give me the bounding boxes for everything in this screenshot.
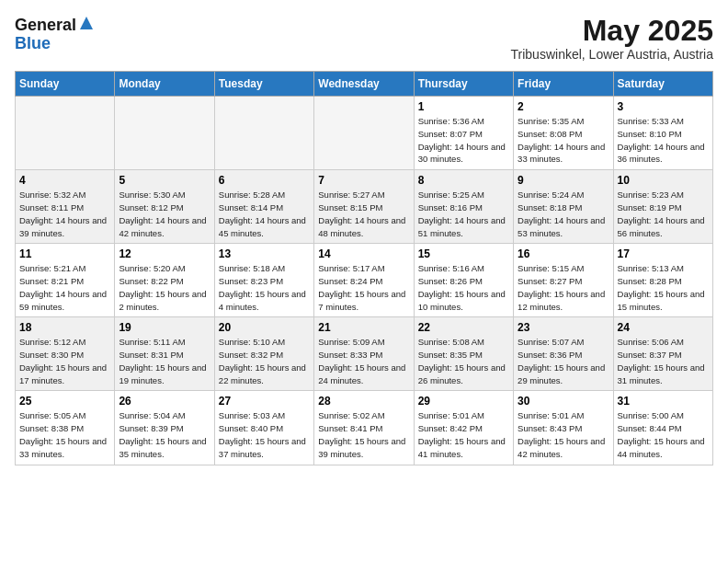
day-details: Sunrise: 5:20 AMSunset: 8:22 PMDaylight:…	[119, 263, 206, 311]
day-details: Sunrise: 5:05 AMSunset: 8:38 PMDaylight:…	[19, 410, 107, 458]
day-details: Sunrise: 5:00 AMSunset: 8:44 PMDaylight:…	[618, 410, 705, 458]
day-number: 21	[318, 321, 409, 334]
calendar-cell: 24Sunrise: 5:06 AMSunset: 8:37 PMDayligh…	[613, 317, 712, 391]
calendar-cell: 6Sunrise: 5:28 AMSunset: 8:14 PMDaylight…	[214, 170, 313, 244]
day-number: 26	[119, 395, 210, 408]
day-details: Sunrise: 5:17 AMSunset: 8:24 PMDaylight:…	[318, 263, 405, 311]
day-details: Sunrise: 5:36 AMSunset: 8:07 PMDaylight:…	[418, 116, 506, 164]
title-block: May 2025 Tribuswinkel, Lower Austria, Au…	[511, 15, 713, 62]
week-row-1: 1Sunrise: 5:36 AMSunset: 8:07 PMDaylight…	[16, 97, 713, 170]
calendar-cell: 5Sunrise: 5:30 AMSunset: 8:12 PMDaylight…	[115, 170, 214, 244]
calendar-cell	[16, 97, 115, 170]
day-details: Sunrise: 5:01 AMSunset: 8:43 PMDaylight:…	[518, 410, 605, 458]
calendar-cell: 22Sunrise: 5:08 AMSunset: 8:35 PMDayligh…	[414, 317, 513, 391]
day-details: Sunrise: 5:12 AMSunset: 8:30 PMDaylight:…	[19, 337, 107, 385]
day-details: Sunrise: 5:09 AMSunset: 8:33 PMDaylight:…	[318, 337, 405, 385]
calendar-body: 1Sunrise: 5:36 AMSunset: 8:07 PMDaylight…	[16, 97, 713, 465]
header-day-friday: Friday	[514, 72, 613, 97]
calendar-cell	[214, 97, 313, 170]
logo-blue-text: Blue	[15, 34, 51, 52]
day-number: 30	[518, 395, 609, 408]
calendar-cell: 1Sunrise: 5:36 AMSunset: 8:07 PMDaylight…	[414, 97, 513, 170]
day-details: Sunrise: 5:30 AMSunset: 8:12 PMDaylight:…	[119, 190, 206, 237]
day-number: 17	[618, 247, 709, 260]
calendar-cell: 12Sunrise: 5:20 AMSunset: 8:22 PMDayligh…	[115, 244, 214, 317]
day-details: Sunrise: 5:01 AMSunset: 8:42 PMDaylight:…	[418, 410, 506, 458]
day-details: Sunrise: 5:06 AMSunset: 8:37 PMDaylight:…	[618, 337, 705, 385]
calendar-cell: 13Sunrise: 5:18 AMSunset: 8:23 PMDayligh…	[214, 244, 313, 317]
day-number: 11	[19, 247, 110, 260]
day-number: 31	[618, 395, 709, 408]
page-header: General Blue May 2025 Tribuswinkel, Lowe…	[15, 15, 713, 62]
calendar-cell	[115, 97, 214, 170]
calendar-cell: 11Sunrise: 5:21 AMSunset: 8:21 PMDayligh…	[16, 244, 115, 317]
week-row-5: 25Sunrise: 5:05 AMSunset: 8:38 PMDayligh…	[16, 391, 713, 465]
day-details: Sunrise: 5:35 AMSunset: 8:08 PMDaylight:…	[518, 116, 605, 164]
day-number: 24	[618, 321, 709, 334]
day-number: 9	[518, 174, 609, 187]
calendar-table: SundayMondayTuesdayWednesdayThursdayFrid…	[15, 71, 713, 465]
calendar-cell: 15Sunrise: 5:16 AMSunset: 8:26 PMDayligh…	[414, 244, 513, 317]
calendar-cell: 23Sunrise: 5:07 AMSunset: 8:36 PMDayligh…	[514, 317, 613, 391]
calendar-cell: 27Sunrise: 5:03 AMSunset: 8:40 PMDayligh…	[214, 391, 313, 465]
logo: General Blue	[15, 15, 95, 52]
logo-general-text: General	[15, 17, 76, 33]
calendar-cell: 20Sunrise: 5:10 AMSunset: 8:32 PMDayligh…	[214, 317, 313, 391]
day-number: 12	[119, 247, 210, 260]
day-number: 25	[19, 395, 110, 408]
calendar-cell: 29Sunrise: 5:01 AMSunset: 8:42 PMDayligh…	[414, 391, 513, 465]
day-details: Sunrise: 5:24 AMSunset: 8:18 PMDaylight:…	[518, 190, 605, 237]
calendar-cell: 17Sunrise: 5:13 AMSunset: 8:28 PMDayligh…	[613, 244, 712, 317]
svg-marker-0	[80, 17, 93, 29]
day-number: 23	[518, 321, 609, 334]
calendar-cell: 21Sunrise: 5:09 AMSunset: 8:33 PMDayligh…	[314, 317, 414, 391]
header-day-saturday: Saturday	[613, 72, 712, 97]
day-details: Sunrise: 5:18 AMSunset: 8:23 PMDaylight:…	[219, 263, 306, 311]
calendar-cell: 7Sunrise: 5:27 AMSunset: 8:15 PMDaylight…	[314, 170, 414, 244]
header-day-sunday: Sunday	[16, 72, 115, 97]
day-number: 16	[518, 247, 609, 260]
day-details: Sunrise: 5:27 AMSunset: 8:15 PMDaylight:…	[318, 190, 405, 237]
calendar-cell: 31Sunrise: 5:00 AMSunset: 8:44 PMDayligh…	[613, 391, 712, 465]
calendar-cell: 10Sunrise: 5:23 AMSunset: 8:19 PMDayligh…	[613, 170, 712, 244]
day-details: Sunrise: 5:11 AMSunset: 8:31 PMDaylight:…	[119, 337, 206, 385]
calendar-cell: 28Sunrise: 5:02 AMSunset: 8:41 PMDayligh…	[314, 391, 414, 465]
day-details: Sunrise: 5:33 AMSunset: 8:10 PMDaylight:…	[618, 116, 705, 164]
day-details: Sunrise: 5:13 AMSunset: 8:28 PMDaylight:…	[618, 263, 705, 311]
day-number: 27	[219, 395, 310, 408]
header-day-wednesday: Wednesday	[314, 72, 414, 97]
day-number: 3	[618, 100, 709, 113]
calendar-cell: 14Sunrise: 5:17 AMSunset: 8:24 PMDayligh…	[314, 244, 414, 317]
day-details: Sunrise: 5:21 AMSunset: 8:21 PMDaylight:…	[19, 263, 107, 311]
calendar-cell: 19Sunrise: 5:11 AMSunset: 8:31 PMDayligh…	[115, 317, 214, 391]
location-title: Tribuswinkel, Lower Austria, Austria	[511, 47, 713, 62]
day-details: Sunrise: 5:04 AMSunset: 8:39 PMDaylight:…	[119, 410, 206, 458]
week-row-2: 4Sunrise: 5:32 AMSunset: 8:11 PMDaylight…	[16, 170, 713, 244]
day-details: Sunrise: 5:25 AMSunset: 8:16 PMDaylight:…	[418, 190, 506, 237]
day-number: 28	[318, 395, 409, 408]
calendar-cell	[314, 97, 414, 170]
day-details: Sunrise: 5:23 AMSunset: 8:19 PMDaylight:…	[618, 190, 705, 237]
day-details: Sunrise: 5:28 AMSunset: 8:14 PMDaylight:…	[219, 190, 306, 237]
day-details: Sunrise: 5:15 AMSunset: 8:27 PMDaylight:…	[518, 263, 605, 311]
week-row-3: 11Sunrise: 5:21 AMSunset: 8:21 PMDayligh…	[16, 244, 713, 317]
calendar-cell: 16Sunrise: 5:15 AMSunset: 8:27 PMDayligh…	[514, 244, 613, 317]
day-number: 13	[219, 247, 310, 260]
day-number: 14	[318, 247, 409, 260]
day-number: 6	[219, 174, 310, 187]
calendar-header: SundayMondayTuesdayWednesdayThursdayFrid…	[16, 72, 713, 97]
day-details: Sunrise: 5:07 AMSunset: 8:36 PMDaylight:…	[518, 337, 605, 385]
calendar-cell: 26Sunrise: 5:04 AMSunset: 8:39 PMDayligh…	[115, 391, 214, 465]
day-number: 7	[318, 174, 409, 187]
day-details: Sunrise: 5:10 AMSunset: 8:32 PMDaylight:…	[219, 337, 306, 385]
day-number: 19	[119, 321, 210, 334]
calendar-cell: 4Sunrise: 5:32 AMSunset: 8:11 PMDaylight…	[16, 170, 115, 244]
day-number: 20	[219, 321, 310, 334]
calendar-cell: 9Sunrise: 5:24 AMSunset: 8:18 PMDaylight…	[514, 170, 613, 244]
calendar-cell: 30Sunrise: 5:01 AMSunset: 8:43 PMDayligh…	[514, 391, 613, 465]
day-number: 18	[19, 321, 110, 334]
day-number: 22	[418, 321, 509, 334]
header-day-monday: Monday	[115, 72, 214, 97]
header-day-thursday: Thursday	[414, 72, 513, 97]
day-details: Sunrise: 5:03 AMSunset: 8:40 PMDaylight:…	[219, 410, 306, 458]
